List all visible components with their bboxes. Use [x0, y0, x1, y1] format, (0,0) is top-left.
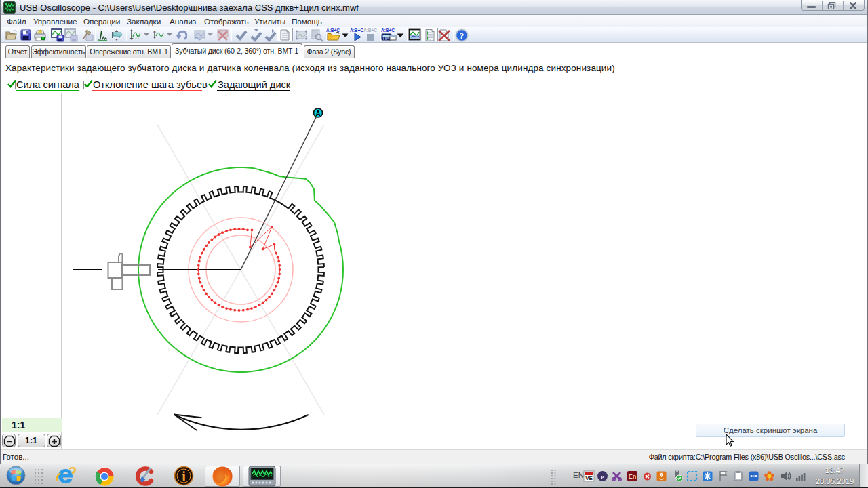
svg-text:A:B+C: A:B+C	[350, 28, 363, 33]
svg-text:i: i	[182, 469, 186, 484]
svg-text:e: e	[601, 472, 604, 481]
svg-text:A: A	[315, 110, 320, 117]
svg-text:VE: VE	[585, 475, 593, 481]
svg-text:En: En	[629, 473, 637, 480]
svg-text:A:B+C: A:B+C	[381, 28, 395, 33]
svg-text:A:B+C: A:B+C	[363, 28, 377, 33]
svg-text:?: ?	[460, 30, 465, 41]
